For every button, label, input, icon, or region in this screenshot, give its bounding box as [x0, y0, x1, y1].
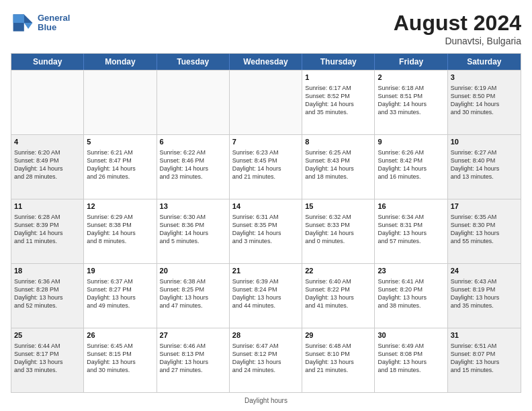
- day-cell-11: 11Sunrise: 6:28 AM Sunset: 8:39 PM Dayli…: [11, 199, 84, 263]
- day-cell-18: 18Sunrise: 6:36 AM Sunset: 8:28 PM Dayli…: [11, 264, 84, 328]
- day-info: Sunrise: 6:26 AM Sunset: 8:42 PM Dayligh…: [378, 148, 444, 181]
- day-info: Sunrise: 6:41 AM Sunset: 8:20 PM Dayligh…: [378, 277, 444, 310]
- day-number: 28: [232, 330, 299, 340]
- day-cell-26: 26Sunrise: 6:45 AM Sunset: 8:15 PM Dayli…: [84, 328, 157, 392]
- day-cell-14: 14Sunrise: 6:31 AM Sunset: 8:35 PM Dayli…: [230, 199, 302, 263]
- day-number: 17: [451, 201, 518, 212]
- day-cell-4: 4Sunrise: 6:20 AM Sunset: 8:49 PM Daylig…: [11, 135, 84, 199]
- day-number: 26: [87, 330, 153, 340]
- day-cell-15: 15Sunrise: 6:32 AM Sunset: 8:33 PM Dayli…: [302, 199, 375, 263]
- calendar-row-5: 25Sunrise: 6:44 AM Sunset: 8:17 PM Dayli…: [11, 328, 521, 392]
- day-cell-2: 2Sunrise: 6:18 AM Sunset: 8:51 PM Daylig…: [375, 71, 447, 134]
- day-info: Sunrise: 6:30 AM Sunset: 8:36 PM Dayligh…: [160, 213, 226, 246]
- month-year: August 2024: [394, 11, 521, 36]
- day-number: 8: [305, 137, 371, 147]
- logo-line2: Blue: [38, 23, 70, 32]
- day-number: 12: [87, 201, 153, 212]
- day-cell-16: 16Sunrise: 6:34 AM Sunset: 8:31 PM Dayli…: [375, 199, 447, 263]
- day-cell-8: 8Sunrise: 6:25 AM Sunset: 8:43 PM Daylig…: [302, 135, 375, 199]
- svg-rect-3: [13, 14, 24, 23]
- calendar-body: 1Sunrise: 6:17 AM Sunset: 8:52 PM Daylig…: [11, 70, 521, 392]
- day-number: 2: [378, 73, 444, 83]
- day-number: 5: [87, 137, 153, 147]
- day-cell-19: 19Sunrise: 6:37 AM Sunset: 8:27 PM Dayli…: [84, 264, 157, 328]
- day-cell-23: 23Sunrise: 6:41 AM Sunset: 8:20 PM Dayli…: [375, 264, 447, 328]
- day-number: 14: [232, 201, 299, 212]
- location: Dunavtsi, Bulgaria: [394, 36, 521, 46]
- day-info: Sunrise: 6:32 AM Sunset: 8:33 PM Dayligh…: [305, 213, 371, 246]
- day-info: Sunrise: 6:22 AM Sunset: 8:46 PM Dayligh…: [160, 148, 226, 181]
- day-number: 20: [160, 266, 226, 276]
- day-cell-20: 20Sunrise: 6:38 AM Sunset: 8:25 PM Dayli…: [157, 264, 230, 328]
- day-number: 31: [451, 330, 518, 340]
- day-cell-29: 29Sunrise: 6:48 AM Sunset: 8:10 PM Dayli…: [302, 328, 375, 392]
- day-cell-27: 27Sunrise: 6:46 AM Sunset: 8:13 PM Dayli…: [157, 328, 230, 392]
- day-info: Sunrise: 6:25 AM Sunset: 8:43 PM Dayligh…: [305, 148, 371, 181]
- day-info: Sunrise: 6:46 AM Sunset: 8:13 PM Dayligh…: [160, 342, 226, 375]
- day-cell-7: 7Sunrise: 6:23 AM Sunset: 8:45 PM Daylig…: [230, 135, 302, 199]
- day-number: 1: [305, 73, 371, 83]
- day-header-sunday: Sunday: [11, 54, 84, 70]
- day-info: Sunrise: 6:27 AM Sunset: 8:40 PM Dayligh…: [451, 148, 518, 181]
- day-number: 18: [14, 266, 81, 276]
- day-cell-30: 30Sunrise: 6:49 AM Sunset: 8:08 PM Dayli…: [375, 328, 447, 392]
- day-number: 11: [14, 201, 81, 212]
- day-number: 21: [232, 266, 299, 276]
- day-header-monday: Monday: [84, 54, 157, 70]
- day-cell-10: 10Sunrise: 6:27 AM Sunset: 8:40 PM Dayli…: [448, 135, 521, 199]
- day-info: Sunrise: 6:28 AM Sunset: 8:39 PM Dayligh…: [14, 213, 81, 246]
- day-cell-28: 28Sunrise: 6:47 AM Sunset: 8:12 PM Dayli…: [230, 328, 302, 392]
- day-number: 29: [305, 330, 371, 340]
- calendar-row-4: 18Sunrise: 6:36 AM Sunset: 8:28 PM Dayli…: [11, 263, 521, 328]
- day-info: Sunrise: 6:37 AM Sunset: 8:27 PM Dayligh…: [87, 277, 153, 310]
- day-cell-12: 12Sunrise: 6:29 AM Sunset: 8:38 PM Dayli…: [84, 199, 157, 263]
- title-block: August 2024 Dunavtsi, Bulgaria: [394, 11, 521, 46]
- header: General Blue August 2024 Dunavtsi, Bulga…: [11, 11, 521, 46]
- day-info: Sunrise: 6:23 AM Sunset: 8:45 PM Dayligh…: [232, 148, 299, 181]
- day-info: Sunrise: 6:34 AM Sunset: 8:31 PM Dayligh…: [378, 213, 444, 246]
- day-info: Sunrise: 6:18 AM Sunset: 8:51 PM Dayligh…: [378, 84, 444, 117]
- day-number: 4: [14, 137, 81, 147]
- day-info: Sunrise: 6:31 AM Sunset: 8:35 PM Dayligh…: [232, 213, 299, 246]
- day-cell-9: 9Sunrise: 6:26 AM Sunset: 8:42 PM Daylig…: [375, 135, 447, 199]
- logo-line1: General: [38, 13, 70, 23]
- day-header-wednesday: Wednesday: [230, 54, 302, 70]
- day-cell-6: 6Sunrise: 6:22 AM Sunset: 8:46 PM Daylig…: [157, 135, 230, 199]
- day-header-friday: Friday: [375, 54, 447, 70]
- day-info: Sunrise: 6:38 AM Sunset: 8:25 PM Dayligh…: [160, 277, 226, 310]
- day-info: Sunrise: 6:49 AM Sunset: 8:08 PM Dayligh…: [378, 342, 444, 375]
- day-info: Sunrise: 6:36 AM Sunset: 8:28 PM Dayligh…: [14, 277, 81, 310]
- empty-cell: [230, 71, 302, 134]
- logo-icon: [11, 11, 35, 35]
- day-number: 13: [160, 201, 226, 212]
- footer-text: Daylight hours: [245, 397, 287, 404]
- empty-cell: [11, 71, 84, 134]
- day-header-saturday: Saturday: [448, 54, 521, 70]
- calendar-row-3: 11Sunrise: 6:28 AM Sunset: 8:39 PM Dayli…: [11, 199, 521, 263]
- day-cell-17: 17Sunrise: 6:35 AM Sunset: 8:30 PM Dayli…: [448, 199, 521, 263]
- day-info: Sunrise: 6:17 AM Sunset: 8:52 PM Dayligh…: [305, 84, 371, 117]
- calendar-row-2: 4Sunrise: 6:20 AM Sunset: 8:49 PM Daylig…: [11, 134, 521, 199]
- day-cell-25: 25Sunrise: 6:44 AM Sunset: 8:17 PM Dayli…: [11, 328, 84, 392]
- day-cell-1: 1Sunrise: 6:17 AM Sunset: 8:52 PM Daylig…: [302, 71, 375, 134]
- day-cell-5: 5Sunrise: 6:21 AM Sunset: 8:47 PM Daylig…: [84, 135, 157, 199]
- day-number: 10: [451, 137, 518, 147]
- svg-marker-0: [24, 14, 33, 23]
- day-number: 23: [378, 266, 444, 276]
- day-number: 3: [451, 73, 518, 83]
- day-info: Sunrise: 6:39 AM Sunset: 8:24 PM Dayligh…: [232, 277, 299, 310]
- day-number: 19: [87, 266, 153, 276]
- day-info: Sunrise: 6:51 AM Sunset: 8:07 PM Dayligh…: [451, 342, 518, 375]
- day-cell-24: 24Sunrise: 6:43 AM Sunset: 8:19 PM Dayli…: [448, 264, 521, 328]
- day-info: Sunrise: 6:40 AM Sunset: 8:22 PM Dayligh…: [305, 277, 371, 310]
- day-info: Sunrise: 6:48 AM Sunset: 8:10 PM Dayligh…: [305, 342, 371, 375]
- day-info: Sunrise: 6:44 AM Sunset: 8:17 PM Dayligh…: [14, 342, 81, 375]
- day-number: 15: [305, 201, 371, 212]
- day-header-thursday: Thursday: [302, 54, 375, 70]
- day-number: 22: [305, 266, 371, 276]
- footer: Daylight hours: [11, 397, 521, 404]
- day-info: Sunrise: 6:35 AM Sunset: 8:30 PM Dayligh…: [451, 213, 518, 246]
- day-cell-31: 31Sunrise: 6:51 AM Sunset: 8:07 PM Dayli…: [448, 328, 521, 392]
- empty-cell: [84, 71, 157, 134]
- day-header-tuesday: Tuesday: [157, 54, 230, 70]
